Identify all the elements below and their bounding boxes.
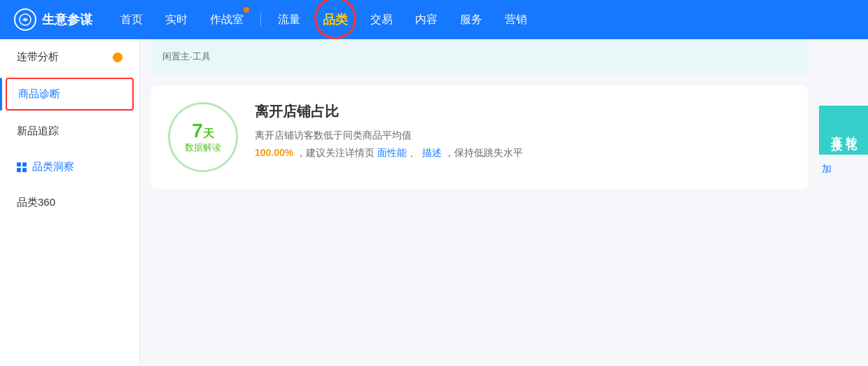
content-left: 闲置主·工具 7 天 数据解读 离开店铺占比 (140, 39, 819, 366)
nav-item-realtime[interactable]: 实时 (154, 0, 199, 39)
right-panel: 直接转化 加 (819, 39, 868, 366)
nav-item-flow[interactable]: 流量 (267, 0, 312, 39)
nav-item-content[interactable]: 内容 (404, 0, 449, 39)
sidebar-label-pinlei360: 品类360 (17, 196, 55, 209)
app-title: 生意参谋 (42, 11, 92, 28)
nav-divider (260, 13, 261, 27)
sidebar-label-shangpin: 商品诊断 (18, 87, 60, 101)
circle-days: 7 (192, 121, 203, 141)
sidebar-label-xinpin: 新品追踪 (17, 125, 59, 138)
desc-prefix: 离开店铺访客数低于同类商品平均值 (255, 129, 412, 141)
top-partial-text: 闲置主·工具 (162, 50, 211, 63)
top-partial-card: 闲置主·工具 (151, 39, 808, 74)
nav-item-marketing[interactable]: 营销 (493, 0, 538, 39)
sidebar: 连带分析 商品诊断 新品追踪 品类洞察 品类360 (0, 39, 140, 366)
battle-badge (244, 7, 249, 13)
logo-icon (14, 8, 36, 31)
main-layout: 连带分析 商品诊断 新品追踪 品类洞察 品类360 (0, 39, 868, 366)
sidebar-item-xinpin[interactable]: 新品追踪 (0, 113, 139, 149)
sidebar-item-shangpin[interactable]: 商品诊断 (6, 78, 134, 111)
partial-right-text: 加 (819, 157, 832, 176)
card-description: 离开店铺访客数低于同类商品平均值 100.00% ，建议关注详情页 面性能 、 … (255, 127, 791, 162)
nav-item-home[interactable]: 首页 (109, 0, 154, 39)
content-inner: 闲置主·工具 7 天 数据解读 离开店铺占比 (140, 39, 868, 366)
main-info-card: 7 天 数据解读 离开店铺占比 离开店铺访客数低于同类商品平均值 100.00%… (151, 85, 808, 189)
sidebar-item-liandai[interactable]: 连带分析 (0, 39, 139, 75)
circle-unit: 天 (203, 127, 214, 141)
nav-item-category[interactable]: 品类 (312, 0, 359, 39)
sidebar-label-liandai: 连带分析 (17, 50, 107, 64)
card-text: 离开店铺占比 离开店铺访客数低于同类商品平均值 100.00% ，建议关注详情页… (255, 102, 791, 162)
sidebar-item-pinlei-insight[interactable]: 品类洞察 (0, 149, 139, 185)
app-logo: 生意参谋 (14, 8, 92, 31)
sidebar-label-pinlei-insight: 品类洞察 (32, 160, 74, 174)
desc-suffix: ，保持低跳失水平 (444, 147, 523, 158)
sidebar-dot-indicator (113, 52, 122, 62)
sidebar-item-pinlei360[interactable]: 品类360 (0, 185, 139, 220)
circle-label: 数据解读 (185, 141, 221, 154)
link-performance[interactable]: 面性能 (377, 147, 407, 158)
nav-item-trade[interactable]: 交易 (359, 0, 404, 39)
card-title: 离开店铺占比 (255, 102, 791, 121)
content-area: 闲置主·工具 7 天 数据解读 离开店铺占比 (140, 39, 868, 366)
grid-icon (17, 162, 27, 172)
link-desc[interactable]: 描述 (422, 147, 442, 158)
nav-item-service[interactable]: 服务 (449, 0, 493, 39)
direct-convert-button[interactable]: 直接转化 (819, 106, 868, 155)
sidebar-active-bar (0, 78, 2, 111)
highlight-value: 100.00% (255, 147, 293, 158)
desc-middle: ，建议关注详情页 (296, 147, 374, 158)
circle-indicator: 7 天 数据解读 (168, 102, 238, 172)
desc-comma: 、 (410, 147, 419, 158)
top-navigation: 生意参谋 首页 实时 作战室 流量 品类 交易 内容 服务 营销 (0, 0, 868, 39)
nav-item-battle[interactable]: 作战室 (199, 0, 255, 39)
